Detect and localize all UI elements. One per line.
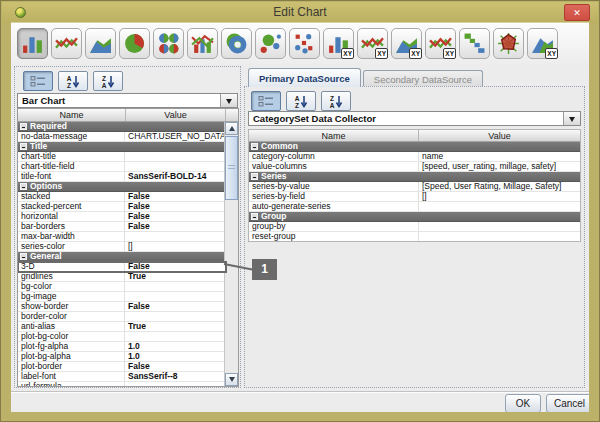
property-value[interactable]: False [125, 192, 226, 201]
group-row-group[interactable]: Group [249, 212, 580, 222]
property-name[interactable]: plot-border [18, 362, 125, 371]
chart-type-dropdown[interactable]: Bar Chart [17, 93, 238, 108]
step-chart-button[interactable] [459, 28, 490, 59]
group-row-general[interactable]: General [18, 252, 226, 262]
bubble-chart-button[interactable] [255, 28, 286, 59]
property-name[interactable]: series-color [18, 242, 125, 251]
property-value[interactable]: [] [419, 192, 580, 201]
area-xy-chart-button[interactable]: XY [391, 28, 422, 59]
property-name[interactable]: plot-bg-color [18, 332, 125, 341]
collapse-icon[interactable] [251, 213, 258, 220]
column-header-value[interactable]: Value [419, 130, 580, 141]
collapse-icon[interactable] [20, 183, 27, 190]
area-xy2-chart-button[interactable]: XY [527, 28, 558, 59]
property-name[interactable]: reset-group [249, 232, 419, 241]
chevron-down-icon[interactable] [220, 94, 237, 107]
ring-chart-button[interactable] [221, 28, 252, 59]
ok-button[interactable]: OK [505, 394, 541, 412]
property-value[interactable] [125, 152, 226, 161]
property-row-3-d[interactable]: 3-DFalse [18, 262, 226, 272]
property-name[interactable]: title-font [18, 172, 125, 181]
property-row-auto-generate-series[interactable]: auto-generate-series [249, 202, 580, 212]
property-name[interactable]: plot-bg-alpha [18, 352, 125, 361]
property-value[interactable]: [Speed, User Rating, Millage, Safety] [419, 182, 580, 191]
property-row-plot-fg-alpha[interactable]: plot-fg-alpha1.0 [18, 342, 226, 352]
property-row-stacked-percent[interactable]: stacked-percentFalse [18, 202, 226, 212]
sort-az-button[interactable]: AZ [58, 71, 88, 91]
property-row-horizontal[interactable]: horizontalFalse [18, 212, 226, 222]
property-row-group-by[interactable]: group-by [249, 222, 580, 232]
tab-secondary-datasource[interactable]: Secondary DataSource [363, 70, 483, 87]
property-value[interactable] [419, 232, 580, 241]
property-value[interactable] [125, 332, 226, 341]
scroll-down-icon[interactable] [225, 373, 238, 386]
property-name[interactable]: no-data-message [18, 132, 125, 141]
collapse-icon[interactable] [251, 143, 258, 150]
collapse-icon[interactable] [20, 253, 27, 260]
collapse-icon[interactable] [251, 173, 258, 180]
property-row-series-by-value[interactable]: series-by-value[Speed, User Rating, Mill… [249, 182, 580, 192]
property-value[interactable]: False [125, 362, 226, 371]
property-row-stacked[interactable]: stackedFalse [18, 192, 226, 202]
property-name[interactable]: bg-color [18, 282, 125, 291]
property-name[interactable]: 3-D [18, 262, 125, 271]
property-row-reset-group[interactable]: reset-group [249, 232, 580, 242]
property-row-plot-border[interactable]: plot-borderFalse [18, 362, 226, 372]
scatter-chart-button[interactable] [289, 28, 320, 59]
property-value[interactable]: False [125, 262, 226, 271]
property-name[interactable]: series-by-field [249, 192, 419, 201]
property-row-chart-title[interactable]: chart-title [18, 152, 226, 162]
bar-line-chart-button[interactable] [187, 28, 218, 59]
collapse-icon[interactable] [20, 123, 27, 130]
property-value[interactable]: [] [125, 242, 226, 251]
property-name[interactable]: url-formula [18, 382, 125, 387]
property-name[interactable]: horizontal [18, 212, 125, 221]
line-xy-chart-button[interactable]: XY [357, 28, 388, 59]
property-name[interactable]: stacked-percent [18, 202, 125, 211]
close-icon[interactable]: ✕ [564, 4, 590, 21]
property-name[interactable]: chart-title-field [18, 162, 125, 171]
radar-chart-button[interactable] [493, 28, 524, 59]
property-value[interactable]: False [125, 212, 226, 221]
line-chart-button[interactable] [51, 28, 82, 59]
collapse-icon[interactable] [20, 143, 27, 150]
cancel-button[interactable]: Cancel [546, 394, 589, 412]
property-row-show-border[interactable]: show-borderFalse [18, 302, 226, 312]
property-value[interactable]: False [125, 202, 226, 211]
property-name[interactable]: group-by [249, 222, 419, 231]
line-xy2-chart-button[interactable]: XY [425, 28, 456, 59]
property-row-bar-borders[interactable]: bar-bordersFalse [18, 222, 226, 232]
property-row-category-column[interactable]: category-columnname [249, 152, 580, 162]
property-value[interactable] [125, 282, 226, 291]
property-row-chart-title-field[interactable]: chart-title-field [18, 162, 226, 172]
property-row-plot-bg-color[interactable]: plot-bg-color [18, 332, 226, 342]
property-name[interactable]: border-color [18, 312, 125, 321]
property-value[interactable] [125, 312, 226, 321]
categorize-button[interactable] [251, 91, 281, 111]
property-value[interactable]: True [125, 322, 226, 331]
property-row-value-columns[interactable]: value-columns[speed, user_rating, millag… [249, 162, 580, 172]
property-row-url-formula[interactable]: url-formula [18, 382, 226, 387]
sort-az-button[interactable]: AZ [286, 91, 316, 111]
property-value[interactable]: [speed, user_rating, millage, safety] [419, 162, 580, 171]
property-row-plot-bg-alpha[interactable]: plot-bg-alpha1.0 [18, 352, 226, 362]
collector-dropdown[interactable]: CategorySet Data Collector [248, 111, 581, 126]
property-name[interactable]: gridlines [18, 272, 125, 281]
property-name[interactable]: plot-fg-alpha [18, 342, 125, 351]
column-header-name[interactable]: Name [18, 109, 126, 121]
group-row-series[interactable]: Series [249, 172, 580, 182]
vertical-scrollbar[interactable] [224, 122, 238, 386]
property-name[interactable]: stacked [18, 192, 125, 201]
property-name[interactable]: show-border [18, 302, 125, 311]
scroll-up-icon[interactable] [225, 122, 238, 135]
group-row-title[interactable]: Title [18, 142, 226, 152]
property-name[interactable]: category-column [249, 152, 419, 161]
property-name[interactable]: chart-title [18, 152, 125, 161]
property-name[interactable]: anti-alias [18, 322, 125, 331]
property-value[interactable]: False [125, 302, 226, 311]
property-value[interactable] [125, 382, 226, 387]
property-value[interactable]: SansSerif--8 [125, 372, 226, 381]
bar-xy-chart-button[interactable]: XY [323, 28, 354, 59]
property-name[interactable]: auto-generate-series [249, 202, 419, 211]
property-name[interactable]: value-columns [249, 162, 419, 171]
